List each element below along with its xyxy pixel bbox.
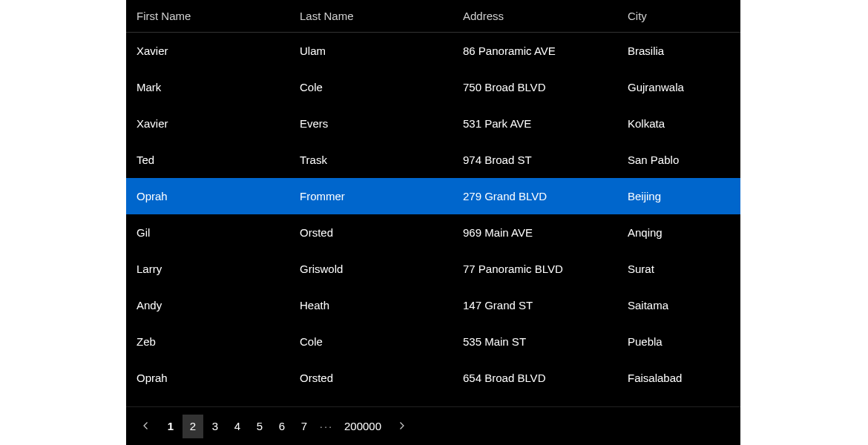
cell-last-name: Trask (289, 154, 453, 166)
cell-city: Faisalabad (617, 372, 740, 384)
cell-first-name: Larry (126, 263, 289, 275)
cell-first-name: Zeb (126, 335, 289, 348)
table-row[interactable]: ZebCole535 Main STPuebla (126, 323, 740, 360)
cell-address: 974 Broad ST (453, 154, 617, 166)
cell-address: 654 Broad BLVD (453, 372, 617, 384)
table-row[interactable]: OprahOrsted654 Broad BLVDFaisalabad (126, 360, 740, 396)
pager-next-button[interactable] (389, 415, 414, 438)
table-row[interactable]: XavierUlam86 Panoramic AVEBrasilia (126, 33, 740, 69)
cell-city: Beijing (617, 190, 740, 202)
cell-city: Surat (617, 263, 740, 275)
cell-address: 77 Panoramic BLVD (453, 263, 617, 275)
cell-last-name: Orsted (289, 372, 453, 384)
header-row: First Name Last Name Address City (126, 0, 740, 33)
cell-last-name: Griswold (289, 263, 453, 275)
cell-first-name: Oprah (126, 190, 289, 202)
cell-first-name: Gil (126, 226, 289, 239)
column-header-address[interactable]: Address (453, 10, 617, 22)
cell-last-name: Frommer (289, 190, 453, 202)
cell-address: 750 Broad BLVD (453, 81, 617, 93)
cell-city: Anqing (617, 226, 740, 239)
column-header-last-name[interactable]: Last Name (289, 10, 453, 22)
table-row[interactable]: MarkCole750 Broad BLVDGujranwala (126, 69, 740, 105)
pager-prev-button[interactable] (134, 415, 159, 438)
cell-last-name: Heath (289, 299, 453, 312)
table-row[interactable]: XavierEvers531 Park AVEKolkata (126, 105, 740, 142)
cell-city: Brasilia (617, 44, 740, 57)
table-row[interactable]: OprahFrommer279 Grand BLVDBeijing (126, 178, 740, 214)
pager: 1234567 ··· 200000 (126, 406, 740, 445)
table-row[interactable]: AndyHeath147 Grand STSaitama (126, 287, 740, 323)
cell-last-name: Evers (289, 117, 453, 130)
cell-last-name: Cole (289, 81, 453, 93)
cell-address: 279 Grand BLVD (453, 190, 617, 202)
cell-first-name: Andy (126, 299, 289, 312)
cell-address: 147 Grand ST (453, 299, 617, 312)
cell-city: San Pablo (617, 154, 740, 166)
cell-address: 531 Park AVE (453, 117, 617, 130)
cell-city: Kolkata (617, 117, 740, 130)
pager-page-button[interactable]: 7 (294, 415, 315, 438)
chevron-right-icon (397, 420, 406, 432)
cell-last-name: Cole (289, 335, 453, 348)
cell-last-name: Ulam (289, 44, 453, 57)
cell-address: 535 Main ST (453, 335, 617, 348)
pager-last-page-button[interactable]: 200000 (338, 415, 387, 438)
pager-page-button[interactable]: 6 (272, 415, 292, 438)
cell-city: Saitama (617, 299, 740, 312)
table-row[interactable]: TedTrask974 Broad STSan Pablo (126, 142, 740, 178)
table-body: XavierUlam86 Panoramic AVEBrasiliaMarkCo… (126, 33, 740, 396)
cell-first-name: Xavier (126, 117, 289, 130)
cell-first-name: Xavier (126, 44, 289, 57)
pager-pages: 1234567 (160, 415, 315, 438)
cell-first-name: Oprah (126, 372, 289, 384)
column-header-first-name[interactable]: First Name (126, 10, 289, 22)
table-row[interactable]: LarryGriswold77 Panoramic BLVDSurat (126, 251, 740, 287)
cell-address: 969 Main AVE (453, 226, 617, 239)
cell-city: Gujranwala (617, 81, 740, 93)
pager-page-button[interactable]: 1 (160, 415, 181, 438)
pager-page-button[interactable]: 4 (227, 415, 248, 438)
cell-last-name: Orsted (289, 226, 453, 239)
cell-address: 86 Panoramic AVE (453, 44, 617, 57)
data-grid: First Name Last Name Address City Xavier… (126, 0, 740, 445)
pager-ellipsis: ··· (316, 420, 337, 432)
cell-first-name: Ted (126, 154, 289, 166)
pager-page-button[interactable]: 3 (205, 415, 226, 438)
column-header-city[interactable]: City (617, 10, 740, 22)
table: First Name Last Name Address City Xavier… (126, 0, 740, 406)
cell-city: Puebla (617, 335, 740, 348)
cell-first-name: Mark (126, 81, 289, 93)
pager-page-button[interactable]: 5 (249, 415, 270, 438)
pager-page-button[interactable]: 2 (183, 415, 203, 438)
table-row[interactable]: GilOrsted969 Main AVEAnqing (126, 214, 740, 251)
chevron-left-icon (142, 420, 151, 432)
